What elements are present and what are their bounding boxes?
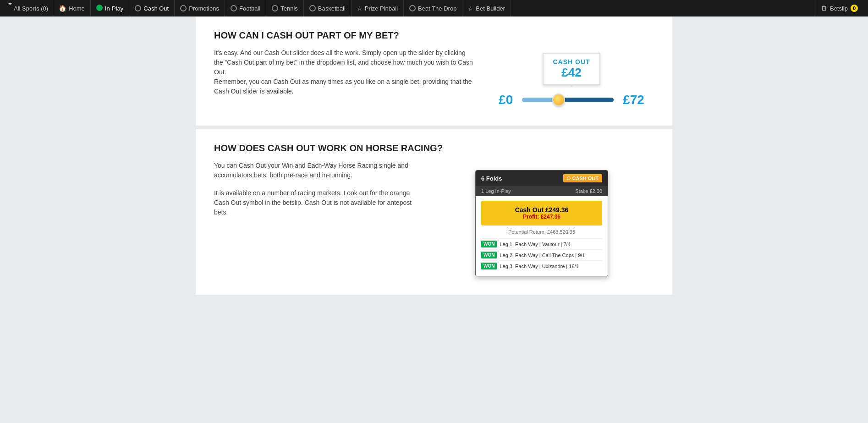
- section-cash-out-partial: HOW CAN I CASH OUT PART OF MY BET? It's …: [196, 16, 672, 126]
- all-sports-label: All Sports (0): [14, 5, 48, 12]
- nav-beat-the-drop[interactable]: Beat The Drop: [404, 0, 462, 16]
- betslip-count: 0: [851, 5, 858, 12]
- cashout-main-button[interactable]: Cash Out £249.36 Profit: £247.36: [481, 201, 602, 225]
- beat-the-drop-icon: [409, 5, 416, 11]
- stake-label: Stake £2.00: [575, 188, 602, 194]
- slider-right-label: £72: [623, 93, 644, 107]
- navbar: All Sports (0) 🏠 Home In-Play Cash Out P…: [0, 0, 868, 16]
- leg-text: Leg 3: Each Way | Uxizandre | 16/1: [500, 264, 578, 269]
- nav-football[interactable]: Football: [225, 0, 266, 16]
- tooltip-label: CASH OUT: [553, 58, 590, 66]
- nav-tennis[interactable]: Tennis: [266, 0, 304, 16]
- nav-basketball-label: Basketball: [318, 5, 346, 12]
- section1-para2: Remember, you can Cash Out as many times…: [214, 77, 475, 96]
- betslip-card-wrapper: 6 Folds CASH OUT 1 Leg In-Play Stake £2.…: [429, 161, 654, 276]
- slider-left-label: £0: [499, 93, 513, 107]
- cashout-icon: [135, 5, 141, 11]
- bet-builder-icon: ☆: [468, 5, 473, 12]
- slider-thumb[interactable]: [552, 93, 565, 106]
- section2-para1: You can Cash Out your Win and Each-Way H…: [214, 161, 416, 180]
- nav-cashout-label: Cash Out: [143, 5, 169, 12]
- section-horse-racing: HOW DOES CASH OUT WORK ON HORSE RACING? …: [196, 129, 672, 295]
- betslip-folds-label: 6 Folds: [481, 175, 502, 182]
- slider-track[interactable]: [522, 98, 614, 102]
- betslip-card-sub: 1 Leg In-Play Stake £2.00: [476, 186, 608, 196]
- leg-text: Leg 2: Each Way | Call The Cops | 9/1: [500, 253, 585, 258]
- section1-text: It's easy. And our Cash Out slider does …: [214, 48, 475, 96]
- nav-home-label: Home: [69, 5, 85, 12]
- betslip-label: Betslip: [830, 5, 848, 12]
- section2-content: You can Cash Out your Win and Each-Way H…: [214, 161, 654, 276]
- legs-container: WON Leg 1: Each Way | Vautour | 7/4 WON …: [481, 238, 602, 271]
- tennis-icon: [272, 5, 278, 11]
- sections-wrapper: HOW CAN I CASH OUT PART OF MY BET? It's …: [0, 16, 868, 295]
- football-icon: [231, 5, 237, 11]
- slider-track-unfilled: [559, 98, 614, 102]
- dropdown-arrow-icon: [8, 5, 12, 12]
- cashout-badge-label: CASH OUT: [572, 176, 599, 181]
- won-badge: WON: [481, 252, 497, 258]
- leg-item: WON Leg 2: Each Way | Call The Cops | 9/…: [481, 249, 602, 260]
- potential-return-label: Potential Return:: [508, 229, 546, 235]
- leg-inplay-label: 1 Leg In-Play: [481, 188, 511, 194]
- section2-para2: It is available on a number of racing ma…: [214, 188, 416, 217]
- slider-demo: CASH OUT £42 £0 £72: [489, 48, 654, 107]
- nav-football-label: Football: [239, 5, 260, 12]
- leg-text: Leg 1: Each Way | Vautour | 7/4: [500, 242, 570, 247]
- page-background: HOW CAN I CASH OUT PART OF MY BET? It's …: [0, 16, 868, 423]
- slider-row: £0 £72: [499, 93, 644, 107]
- section1-para1: It's easy. And our Cash Out slider does …: [214, 48, 475, 77]
- betslip-card-body: Cash Out £249.36 Profit: £247.36 Potenti…: [476, 196, 608, 276]
- leg-item: WON Leg 3: Each Way | Uxizandre | 16/1: [481, 260, 602, 271]
- nav-prize-pinball-label: Prize Pinball: [365, 5, 398, 12]
- nav-cashout[interactable]: Cash Out: [129, 0, 175, 16]
- cashout-badge: CASH OUT: [563, 174, 602, 182]
- betslip-card-header: 6 Folds CASH OUT: [476, 170, 608, 186]
- leg-item: WON Leg 1: Each Way | Vautour | 7/4: [481, 238, 602, 249]
- cashout-profit-label: Profit: £247.36: [487, 214, 597, 220]
- nav-inplay-label: In-Play: [105, 5, 123, 12]
- nav-promotions-label: Promotions: [189, 5, 219, 12]
- basketball-icon: [309, 5, 316, 11]
- potential-return: Potential Return: £463,520.35: [481, 229, 602, 235]
- promotions-icon: [180, 5, 187, 11]
- section1-title: HOW CAN I CASH OUT PART OF MY BET?: [214, 30, 654, 41]
- nav-prize-pinball[interactable]: ☆ Prize Pinball: [352, 0, 404, 16]
- section2-title: HOW DOES CASH OUT WORK ON HORSE RACING?: [214, 143, 654, 154]
- won-badge: WON: [481, 241, 497, 247]
- won-badge: WON: [481, 263, 497, 269]
- nav-bet-builder[interactable]: ☆ Bet Builder: [462, 0, 511, 16]
- betslip-button[interactable]: 🗒 Betslip 0: [814, 0, 864, 16]
- betslip-icon: 🗒: [821, 5, 827, 12]
- nav-home[interactable]: 🏠 Home: [53, 0, 91, 16]
- section2-text: You can Cash Out your Win and Each-Way H…: [214, 161, 416, 217]
- prize-pinball-icon: ☆: [357, 5, 363, 12]
- nav-bet-builder-label: Bet Builder: [476, 5, 505, 12]
- nav-promotions[interactable]: Promotions: [175, 0, 225, 16]
- potential-return-value: £463,520.35: [547, 229, 575, 235]
- cashout-tooltip: CASH OUT £42: [543, 53, 600, 85]
- nav-right: 🗒 Betslip 0: [814, 0, 864, 16]
- nav-all-sports[interactable]: All Sports (0): [4, 0, 53, 16]
- cashout-dot-icon: [567, 176, 571, 180]
- cashout-btn-label: Cash Out £249.36: [515, 206, 569, 214]
- nav-tennis-label: Tennis: [280, 5, 298, 12]
- nav-inplay[interactable]: In-Play: [91, 0, 129, 16]
- home-icon: 🏠: [59, 5, 66, 12]
- nav-basketball[interactable]: Basketball: [304, 0, 352, 16]
- tooltip-value: £42: [553, 66, 590, 80]
- nav-beat-the-drop-label: Beat The Drop: [418, 5, 456, 12]
- betslip-card: 6 Folds CASH OUT 1 Leg In-Play Stake £2.…: [475, 170, 608, 276]
- inplay-icon: [96, 5, 103, 12]
